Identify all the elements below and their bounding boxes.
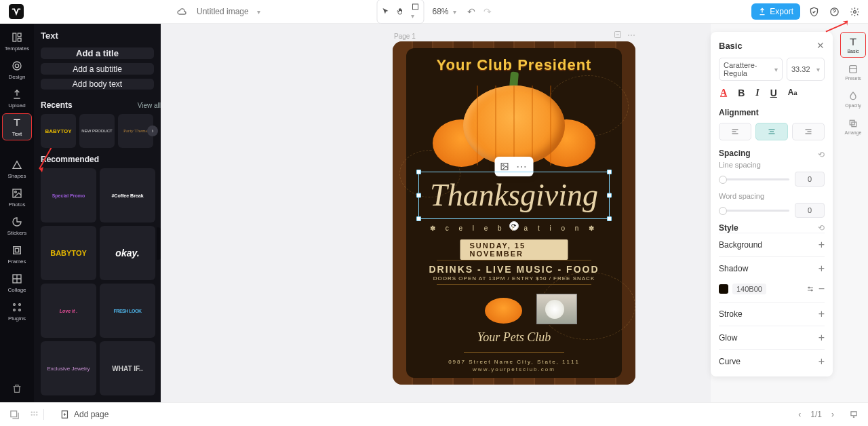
grid-icon[interactable] bbox=[29, 410, 39, 420]
rail-upload[interactable]: Upload bbox=[2, 85, 32, 112]
recent-thumb[interactable]: BABYTOY bbox=[41, 114, 76, 148]
flyer-club-name[interactable]: Your Pets Club bbox=[406, 330, 622, 345]
zoom-value[interactable]: 68% bbox=[432, 7, 448, 16]
page-label: Page 1 bbox=[394, 33, 416, 40]
word-spacing-input[interactable] bbox=[795, 203, 825, 218]
redo-button[interactable]: ↷ bbox=[484, 6, 492, 17]
add-title-button[interactable]: Add a title bbox=[41, 47, 154, 59]
prop-presets[interactable]: Presets bbox=[840, 59, 866, 85]
replace-image-icon[interactable] bbox=[500, 162, 509, 171]
canvas[interactable]: Page 1 ⋯ Your Club President ⋯ bbox=[161, 24, 711, 402]
rail-plugins[interactable]: Plugins bbox=[2, 298, 32, 325]
svg-point-17 bbox=[19, 309, 21, 311]
undo-button[interactable]: ↶ bbox=[467, 6, 475, 17]
shadow-settings-icon[interactable] bbox=[806, 285, 814, 293]
align-center-button[interactable] bbox=[755, 123, 788, 140]
flyer-address[interactable]: 0987 Street Name City, State, 1111 bbox=[406, 359, 622, 365]
svg-point-8 bbox=[15, 64, 18, 67]
text-style-thumb[interactable]: Love it . bbox=[41, 284, 96, 338]
text-style-thumb[interactable]: FRESH LOOK bbox=[100, 284, 155, 338]
rail-photos[interactable]: Photos bbox=[2, 184, 32, 211]
rail-trash[interactable] bbox=[2, 375, 32, 402]
rail-templates[interactable]: Templates bbox=[2, 28, 32, 55]
add-shadow-button[interactable]: + bbox=[818, 263, 825, 275]
flyer-info[interactable]: DRINKS - LIVE MUSIC - FOOD bbox=[406, 264, 622, 275]
text-style-thumb[interactable]: #Coffee Break bbox=[100, 168, 155, 222]
frame-tool-icon[interactable]: ▾ bbox=[411, 3, 419, 20]
prev-page-button[interactable]: ‹ bbox=[798, 410, 801, 419]
shield-icon[interactable] bbox=[807, 5, 821, 18]
flyer-celebration[interactable]: ✽ c e l e b r a t i o n ✽ bbox=[406, 225, 622, 232]
rail-shapes[interactable]: Shapes bbox=[2, 155, 32, 182]
present-icon[interactable] bbox=[849, 410, 859, 419]
gear-icon[interactable] bbox=[848, 5, 861, 18]
bold-button[interactable]: B bbox=[738, 88, 745, 98]
text-style-thumb[interactable]: okay. bbox=[100, 226, 155, 280]
page-lock-icon[interactable] bbox=[614, 31, 622, 40]
reset-style-icon[interactable]: ⟲ bbox=[818, 223, 825, 233]
add-background-button[interactable]: + bbox=[818, 239, 825, 251]
add-curve-button[interactable]: + bbox=[818, 355, 825, 368]
case-button[interactable]: Aa bbox=[788, 88, 797, 98]
prop-opacity[interactable]: Opacity bbox=[840, 86, 866, 112]
align-right-button[interactable] bbox=[792, 123, 825, 140]
chevron-down-icon[interactable]: ▾ bbox=[453, 8, 456, 16]
pumpkin-graphic[interactable] bbox=[433, 75, 595, 167]
document-title[interactable]: Untitled image bbox=[197, 7, 249, 16]
next-page-button[interactable]: › bbox=[831, 410, 834, 419]
rail-frames[interactable]: Frames bbox=[2, 241, 32, 268]
prop-arrange[interactable]: Arrange bbox=[840, 113, 866, 139]
text-style-thumb[interactable]: BABYTOY bbox=[41, 226, 96, 280]
close-icon[interactable]: ✕ bbox=[816, 40, 825, 51]
page-more-icon[interactable]: ⋯ bbox=[627, 31, 635, 40]
shadow-color-swatch[interactable] bbox=[719, 284, 728, 294]
add-glow-button[interactable]: + bbox=[818, 332, 825, 344]
line-spacing-slider[interactable] bbox=[719, 178, 789, 180]
cloud-icon[interactable] bbox=[175, 5, 189, 18]
flyer-small[interactable]: DOORS OPEN AT 13PM / ENTRY $50 / FREE SN… bbox=[406, 275, 622, 282]
rail-collage[interactable]: Collage bbox=[2, 269, 32, 296]
small-pumpkin-graphic[interactable] bbox=[479, 294, 527, 324]
hand-tool-icon[interactable] bbox=[396, 7, 404, 16]
font-select[interactable]: Carattere-Regula▾ bbox=[719, 58, 783, 81]
add-page-button[interactable]: Add page bbox=[60, 410, 108, 419]
flyer-canvas-item[interactable]: Your Club President ⋯ ⟳ Thanksgiving bbox=[393, 41, 635, 385]
layers-icon[interactable] bbox=[9, 410, 20, 420]
text-style-thumb[interactable]: Special Promo bbox=[41, 168, 96, 222]
remove-shadow-button[interactable]: − bbox=[818, 283, 825, 295]
text-style-thumb[interactable]: Exclusive Jewelry bbox=[41, 341, 96, 395]
flyer-title[interactable]: Thanksgiving bbox=[406, 177, 622, 213]
svg-point-15 bbox=[19, 304, 21, 306]
export-button[interactable]: Export bbox=[751, 3, 800, 20]
pet-photo[interactable] bbox=[536, 294, 577, 324]
carousel-next-icon[interactable]: › bbox=[147, 125, 158, 136]
shadow-hex[interactable]: 140B00 bbox=[732, 284, 766, 294]
svg-rect-26 bbox=[11, 410, 17, 417]
underline-button[interactable]: U bbox=[770, 88, 777, 98]
rail-text[interactable]: Text bbox=[2, 113, 32, 140]
recent-thumb[interactable]: NEW PRODUCT bbox=[79, 114, 115, 148]
text-color-button[interactable]: A bbox=[720, 88, 727, 98]
flyer-url[interactable]: www.yourpetsclub.com bbox=[406, 366, 622, 372]
align-left-button[interactable] bbox=[719, 123, 751, 140]
app-logo[interactable] bbox=[7, 2, 26, 21]
add-subtitle-button[interactable]: Add a subtitle bbox=[41, 63, 154, 74]
cursor-tool-icon[interactable] bbox=[381, 7, 389, 16]
word-spacing-slider[interactable] bbox=[719, 210, 789, 212]
rail-design[interactable]: Design bbox=[2, 56, 32, 83]
font-size-input[interactable]: 33.32▾ bbox=[787, 58, 825, 81]
chevron-down-icon[interactable]: ▾ bbox=[257, 8, 260, 16]
view-all-link[interactable]: View all bbox=[138, 102, 161, 109]
svg-point-22 bbox=[811, 290, 812, 291]
panel-title: Text bbox=[41, 31, 161, 41]
reset-spacing-icon[interactable]: ⟲ bbox=[818, 150, 825, 159]
prop-basic[interactable]: Basic bbox=[840, 32, 866, 58]
help-icon[interactable] bbox=[827, 5, 841, 18]
rail-stickers[interactable]: Stickers bbox=[2, 212, 32, 239]
add-body-button[interactable]: Add body text bbox=[41, 79, 154, 90]
text-style-thumb[interactable]: WHAT IF.. bbox=[100, 341, 155, 395]
italic-button[interactable]: I bbox=[755, 88, 759, 98]
add-stroke-button[interactable]: + bbox=[818, 308, 825, 320]
line-spacing-input[interactable] bbox=[795, 172, 825, 187]
flyer-date[interactable]: SUNDAY, 15 NOVEMBER bbox=[460, 239, 568, 260]
